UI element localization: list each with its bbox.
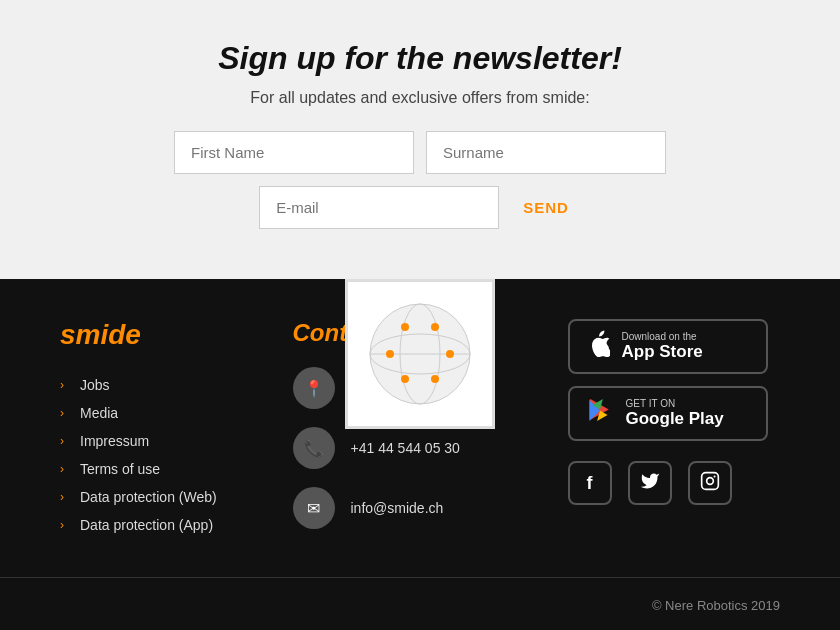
logo-svg	[355, 289, 485, 419]
svg-point-12	[713, 475, 715, 477]
newsletter-row-email: SEND	[259, 186, 581, 229]
newsletter-subtitle: For all updates and exclusive offers fro…	[20, 89, 820, 107]
chevron-icon: ›	[60, 490, 64, 504]
svg-point-9	[431, 375, 439, 383]
footer-smide-column: smide › Jobs › Media › Impressum › Terms…	[60, 319, 273, 539]
newsletter-row-names	[174, 131, 666, 174]
phone-icon: 📞	[293, 427, 335, 469]
svg-rect-10	[701, 472, 718, 489]
newsletter-section: Sign up for the newsletter! For all upda…	[0, 0, 840, 279]
googleplay-label-main: Google Play	[626, 409, 724, 429]
nav-label-impressum: Impressum	[80, 433, 149, 449]
svg-point-7	[446, 350, 454, 358]
brand-logo	[345, 279, 495, 429]
nav-item-data-app[interactable]: › Data protection (App)	[60, 511, 273, 539]
chevron-icon: ›	[60, 378, 64, 392]
svg-point-11	[706, 477, 713, 484]
appstore-text: Download on the App Store	[622, 331, 703, 362]
send-button[interactable]: SEND	[511, 191, 581, 224]
twitter-icon[interactable]	[628, 461, 672, 505]
contact-email-item: ✉ info@smide.ch	[293, 487, 548, 529]
firstname-input[interactable]	[174, 131, 414, 174]
nav-label-data-app: Data protection (App)	[80, 517, 213, 533]
footer-apps-column: Download on the App Store GET IT ON Go	[568, 319, 781, 505]
nav-item-data-web[interactable]: › Data protection (Web)	[60, 483, 273, 511]
svg-point-5	[431, 323, 439, 331]
nav-item-jobs[interactable]: › Jobs	[60, 371, 273, 399]
googleplay-badge[interactable]: GET IT ON Google Play	[568, 386, 768, 441]
appstore-label-main: App Store	[622, 342, 703, 362]
nav-item-impressum[interactable]: › Impressum	[60, 427, 273, 455]
apple-icon	[586, 329, 610, 364]
svg-point-8	[401, 375, 409, 383]
footer-bottom: © Nere Robotics 2019	[0, 577, 840, 630]
contact-phone-item: 📞 +41 44 544 05 30	[293, 427, 548, 469]
svg-point-6	[386, 350, 394, 358]
googleplay-icon	[586, 396, 614, 431]
chevron-icon: ›	[60, 518, 64, 532]
googleplay-text: GET IT ON Google Play	[626, 398, 724, 429]
appstore-label-top: Download on the	[622, 331, 703, 342]
googleplay-label-top: GET IT ON	[626, 398, 724, 409]
nav-label-jobs: Jobs	[80, 377, 110, 393]
facebook-icon[interactable]: f	[568, 461, 612, 505]
email-input[interactable]	[259, 186, 499, 229]
nav-label-media: Media	[80, 405, 118, 421]
footer: smide › Jobs › Media › Impressum › Terms…	[0, 279, 840, 577]
newsletter-form: SEND	[20, 131, 820, 229]
nav-item-terms[interactable]: › Terms of use	[60, 455, 273, 483]
nav-label-data-web: Data protection (Web)	[80, 489, 217, 505]
chevron-icon: ›	[60, 406, 64, 420]
contact-phone: +41 44 544 05 30	[351, 438, 460, 459]
smide-brand: smide	[60, 319, 273, 351]
email-icon: ✉	[293, 487, 335, 529]
svg-point-4	[401, 323, 409, 331]
instagram-icon[interactable]	[688, 461, 732, 505]
contact-email: info@smide.ch	[351, 498, 444, 519]
chevron-icon: ›	[60, 462, 64, 476]
copyright-text: © Nere Robotics 2019	[652, 598, 780, 613]
footer-nav: › Jobs › Media › Impressum › Terms of us…	[60, 371, 273, 539]
surname-input[interactable]	[426, 131, 666, 174]
nav-label-terms: Terms of use	[80, 461, 160, 477]
chevron-icon: ›	[60, 434, 64, 448]
newsletter-title: Sign up for the newsletter!	[20, 40, 820, 77]
social-icons: f	[568, 461, 732, 505]
location-icon: 📍	[293, 367, 335, 409]
nav-item-media[interactable]: › Media	[60, 399, 273, 427]
appstore-badge[interactable]: Download on the App Store	[568, 319, 768, 374]
